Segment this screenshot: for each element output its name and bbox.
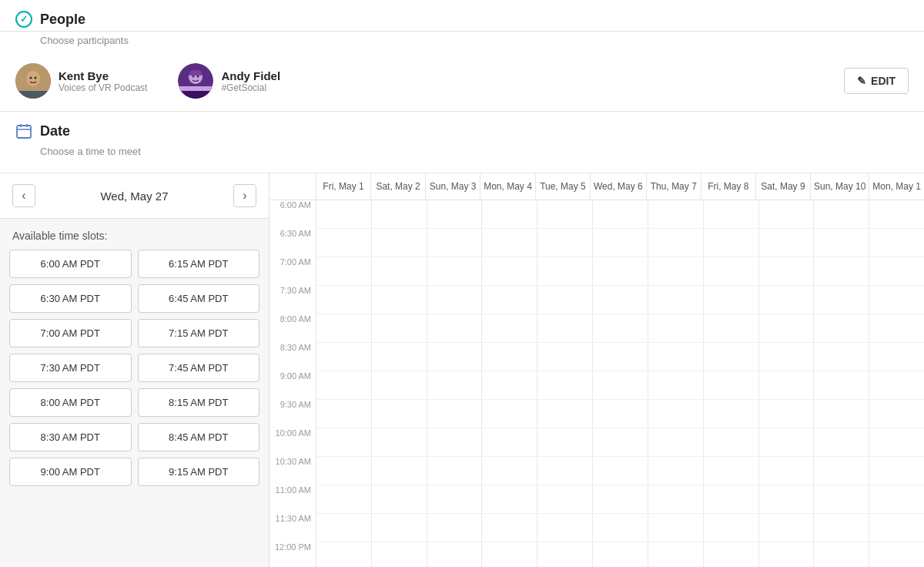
grid-cell[interactable] — [427, 400, 482, 428]
grid-cell[interactable] — [372, 257, 427, 286]
grid-cell[interactable] — [704, 286, 758, 314]
grid-cell[interactable] — [537, 514, 592, 542]
grid-cell[interactable] — [372, 457, 427, 485]
grid-cell[interactable] — [537, 400, 592, 428]
grid-cell[interactable] — [593, 485, 648, 514]
grid-cell[interactable] — [316, 200, 371, 229]
grid-cell[interactable] — [537, 485, 592, 514]
grid-cell[interactable] — [648, 457, 703, 485]
grid-cell[interactable] — [482, 428, 537, 457]
time-slot-button[interactable]: 6:45 AM PDT — [138, 284, 260, 313]
grid-cell[interactable] — [648, 200, 703, 229]
grid-cell[interactable] — [704, 343, 758, 371]
grid-cell[interactable] — [759, 314, 814, 343]
grid-cell[interactable] — [814, 457, 869, 485]
time-slot-button[interactable]: 7:45 AM PDT — [138, 354, 260, 382]
grid-cell[interactable] — [593, 343, 648, 371]
grid-cell[interactable] — [593, 314, 648, 343]
grid-cell[interactable] — [869, 371, 924, 400]
grid-cell[interactable] — [316, 314, 371, 343]
grid-cell[interactable] — [759, 286, 814, 314]
grid-cell[interactable] — [593, 400, 648, 428]
grid-cell[interactable] — [427, 229, 482, 257]
grid-cell[interactable] — [814, 542, 869, 567]
grid-cell[interactable] — [704, 400, 758, 428]
time-slot-button[interactable]: 9:15 AM PDT — [138, 458, 260, 486]
grid-cell[interactable] — [648, 257, 703, 286]
grid-cell[interactable] — [316, 257, 371, 286]
grid-cell[interactable] — [537, 428, 592, 457]
grid-cell[interactable] — [427, 257, 482, 286]
grid-cell[interactable] — [759, 542, 814, 567]
grid-cell[interactable] — [427, 371, 482, 400]
grid-cell[interactable] — [869, 457, 924, 485]
grid-cell[interactable] — [869, 542, 924, 567]
grid-cell[interactable] — [759, 257, 814, 286]
grid-cell[interactable] — [759, 400, 814, 428]
grid-cell[interactable] — [814, 229, 869, 257]
grid-cell[interactable] — [704, 542, 758, 567]
grid-cell[interactable] — [372, 314, 427, 343]
grid-cell[interactable] — [869, 229, 924, 257]
grid-cell[interactable] — [593, 229, 648, 257]
nav-next-button[interactable]: › — [233, 184, 256, 207]
grid-cell[interactable] — [704, 229, 758, 257]
grid-cell[interactable] — [869, 400, 924, 428]
grid-cell[interactable] — [814, 428, 869, 457]
time-slot-button[interactable]: 6:00 AM PDT — [9, 250, 132, 278]
grid-cell[interactable] — [759, 200, 814, 229]
edit-button[interactable]: ✎ EDIT — [844, 68, 909, 94]
grid-cell[interactable] — [427, 343, 482, 371]
time-slot-button[interactable]: 7:00 AM PDT — [9, 319, 132, 347]
grid-cell[interactable] — [814, 200, 869, 229]
grid-cell[interactable] — [704, 200, 758, 229]
grid-cell[interactable] — [427, 457, 482, 485]
grid-cell[interactable] — [537, 457, 592, 485]
grid-cell[interactable] — [372, 200, 427, 229]
grid-cell[interactable] — [316, 229, 371, 257]
grid-cell[interactable] — [427, 286, 482, 314]
grid-cell[interactable] — [648, 400, 703, 428]
time-slot-button[interactable]: 7:30 AM PDT — [9, 354, 132, 382]
grid-cell[interactable] — [316, 428, 371, 457]
grid-cell[interactable] — [648, 343, 703, 371]
grid-cell[interactable] — [704, 457, 758, 485]
grid-cell[interactable] — [648, 542, 703, 567]
grid-cell[interactable] — [869, 485, 924, 514]
grid-cell[interactable] — [869, 428, 924, 457]
grid-cell[interactable] — [427, 428, 482, 457]
grid-cell[interactable] — [316, 542, 371, 567]
time-slot-button[interactable]: 9:00 AM PDT — [9, 458, 132, 486]
grid-cell[interactable] — [482, 542, 537, 567]
grid-cell[interactable] — [482, 200, 537, 229]
grid-cell[interactable] — [316, 514, 371, 542]
grid-cell[interactable] — [316, 286, 371, 314]
grid-cell[interactable] — [537, 286, 592, 314]
time-slot-button[interactable]: 6:15 AM PDT — [138, 250, 260, 278]
grid-cell[interactable] — [869, 286, 924, 314]
grid-cell[interactable] — [482, 229, 537, 257]
grid-cell[interactable] — [759, 485, 814, 514]
grid-cell[interactable] — [814, 314, 869, 343]
grid-cell[interactable] — [372, 542, 427, 567]
grid-cell[interactable] — [704, 428, 758, 457]
grid-cell[interactable] — [648, 514, 703, 542]
grid-cell[interactable] — [427, 514, 482, 542]
grid-cell[interactable] — [759, 229, 814, 257]
grid-cell[interactable] — [593, 428, 648, 457]
grid-cell[interactable] — [759, 371, 814, 400]
grid-cell[interactable] — [704, 514, 758, 542]
grid-cell[interactable] — [482, 514, 537, 542]
grid-cell[interactable] — [537, 314, 592, 343]
time-slot-button[interactable]: 8:30 AM PDT — [9, 423, 132, 451]
grid-cell[interactable] — [372, 343, 427, 371]
grid-cell[interactable] — [869, 514, 924, 542]
grid-cell[interactable] — [316, 371, 371, 400]
grid-cell[interactable] — [869, 343, 924, 371]
grid-cell[interactable] — [648, 428, 703, 457]
grid-cell[interactable] — [814, 343, 869, 371]
grid-cell[interactable] — [704, 257, 758, 286]
grid-cell[interactable] — [593, 542, 648, 567]
grid-cell[interactable] — [814, 514, 869, 542]
grid-cell[interactable] — [537, 200, 592, 229]
